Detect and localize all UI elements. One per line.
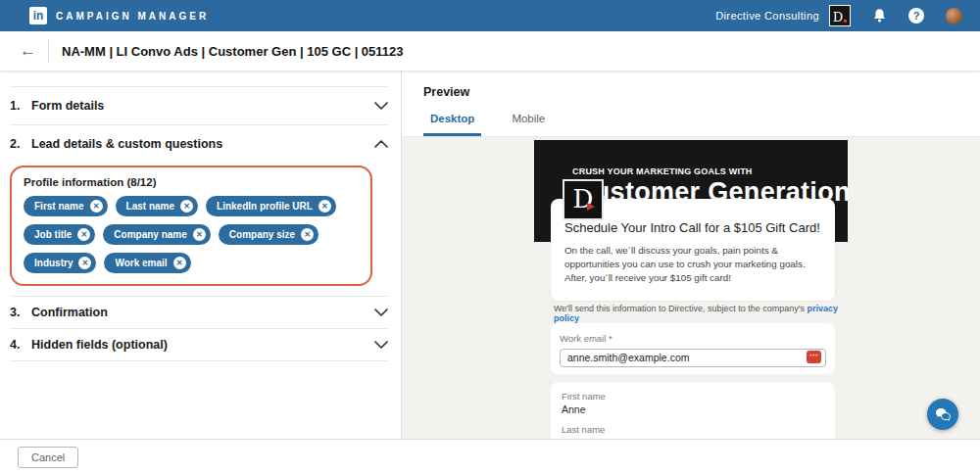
preview-tabs: Desktop Mobile — [423, 113, 980, 136]
chat-fab-button[interactable] — [927, 399, 958, 430]
action-footer: Cancel — [0, 439, 980, 474]
banner-eyebrow: CRUSH YOUR MARKETING GOALS WITH — [572, 166, 753, 176]
preview-title: Preview — [423, 85, 980, 99]
section-number: 1. — [10, 99, 31, 113]
profile-field-pill[interactable]: Industry✕ — [24, 253, 96, 273]
chevron-up-icon[interactable] — [374, 140, 388, 148]
remove-field-icon[interactable]: ✕ — [90, 200, 103, 213]
linkedin-logo-icon[interactable]: in — [29, 7, 47, 24]
profile-field-label: Company size — [229, 229, 295, 240]
top-nav: in CAMPAIGN MANAGER Directive Consulting… — [0, 0, 980, 31]
chevron-down-icon[interactable] — [374, 102, 388, 110]
section-label: Lead details & custom questions — [31, 137, 222, 151]
remove-field-icon[interactable]: ✕ — [193, 228, 206, 241]
preview-stage: CRUSH YOUR MARKETING GOALS WITH Customer… — [402, 136, 980, 439]
profile-field-pill[interactable]: Company name✕ — [103, 224, 210, 245]
remove-field-icon[interactable]: ✕ — [318, 200, 331, 213]
profile-information-highlight: Profile information (8/12) First name✕La… — [10, 166, 372, 286]
account-logo-letter: D — [833, 11, 843, 24]
section-number: 4. — [10, 338, 31, 352]
last-name-label: Last name — [562, 424, 824, 435]
brand-title: CAMPAIGN MANAGER — [56, 11, 209, 22]
profile-field-label: Company name — [114, 229, 186, 240]
profile-fields: First name✕Last name✕LinkedIn profile UR… — [24, 196, 362, 273]
section-number: 2. — [10, 137, 31, 151]
directive-logo: D — [563, 179, 604, 220]
help-icon[interactable]: ? — [908, 8, 924, 24]
section-lead-details[interactable]: 2. Lead details & custom questions — [10, 124, 388, 163]
section-confirmation[interactable]: 3. Confirmation — [10, 296, 388, 328]
account-logo-dot — [844, 20, 847, 23]
lead-details-card: First name Anne Last name Smith — [551, 382, 835, 439]
chevron-down-icon[interactable] — [374, 308, 388, 316]
header-divider — [48, 39, 49, 63]
extension-badge-icon[interactable]: ··· — [807, 351, 821, 363]
notifications-bell-icon[interactable] — [872, 8, 887, 24]
tab-mobile[interactable]: Mobile — [505, 113, 552, 136]
profile-field-pill[interactable]: LinkedIn profile URL✕ — [206, 196, 336, 216]
section-number: 3. — [10, 306, 31, 319]
back-arrow-icon[interactable]: ← — [0, 41, 48, 61]
remove-field-icon[interactable]: ✕ — [78, 257, 91, 269]
directive-logo-arrow — [587, 203, 595, 211]
profile-field-label: Job title — [34, 229, 72, 240]
work-email-card: Work email * ··· — [551, 323, 835, 374]
section-label: Confirmation — [31, 306, 108, 319]
remove-field-icon[interactable]: ✕ — [173, 257, 186, 269]
profile-field-pill[interactable]: First name✕ — [24, 196, 108, 216]
chevron-down-icon[interactable] — [374, 341, 388, 349]
first-name-value: Anne — [562, 403, 824, 415]
profile-information-label: Profile information (8/12) — [24, 176, 362, 188]
profile-field-label: First name — [34, 201, 84, 212]
offer-heading: Schedule Your Intro Call for a $105 Gift… — [564, 220, 821, 235]
section-label: Hidden fields (optional) — [31, 338, 168, 352]
user-avatar[interactable] — [946, 8, 962, 24]
profile-field-pill[interactable]: Work email✕ — [104, 253, 190, 273]
section-form-details[interactable]: 1. Form details — [10, 86, 388, 124]
chat-bubbles-icon — [935, 407, 952, 422]
profile-field-pill[interactable]: Job title✕ — [24, 224, 95, 245]
campaign-header: ← NA-MM | LI Convo Ads | Customer Gen | … — [0, 31, 980, 71]
account-logo[interactable]: D — [829, 5, 851, 26]
remove-field-icon[interactable]: ✕ — [180, 200, 193, 213]
section-hidden-fields[interactable]: 4. Hidden fields (optional) — [10, 328, 388, 360]
tab-desktop[interactable]: Desktop — [423, 113, 481, 136]
section-label: Form details — [31, 99, 104, 113]
profile-field-label: Last name — [126, 201, 174, 212]
work-email-input[interactable] — [560, 349, 826, 367]
profile-field-label: LinkedIn profile URL — [217, 201, 313, 212]
profile-field-pill[interactable]: Company size✕ — [219, 224, 318, 245]
cancel-button[interactable]: Cancel — [18, 447, 78, 468]
profile-field-pill[interactable]: Last name✕ — [116, 196, 198, 216]
remove-field-icon[interactable]: ✕ — [301, 228, 314, 241]
preview-panel: Preview Desktop Mobile CRUSH YOUR MARKET… — [402, 71, 980, 439]
profile-field-label: Industry — [34, 258, 73, 268]
first-name-label: First name — [562, 391, 824, 402]
remove-field-icon[interactable]: ✕ — [77, 228, 90, 241]
disclaimer-text: We'll send this information to Directive… — [554, 304, 807, 313]
campaign-title: NA-MM | LI Convo Ads | Customer Gen | 10… — [62, 44, 404, 59]
account-name[interactable]: Directive Consulting — [715, 10, 819, 22]
form-editor-panel: 1. Form details 2. Lead details & custom… — [0, 71, 402, 439]
work-email-label: Work email * — [560, 333, 826, 344]
privacy-disclaimer: We'll send this information to Directive… — [554, 304, 848, 323]
offer-body: On the call, we´ll discuss your goals, p… — [564, 244, 821, 286]
profile-field-label: Work email — [115, 258, 167, 268]
